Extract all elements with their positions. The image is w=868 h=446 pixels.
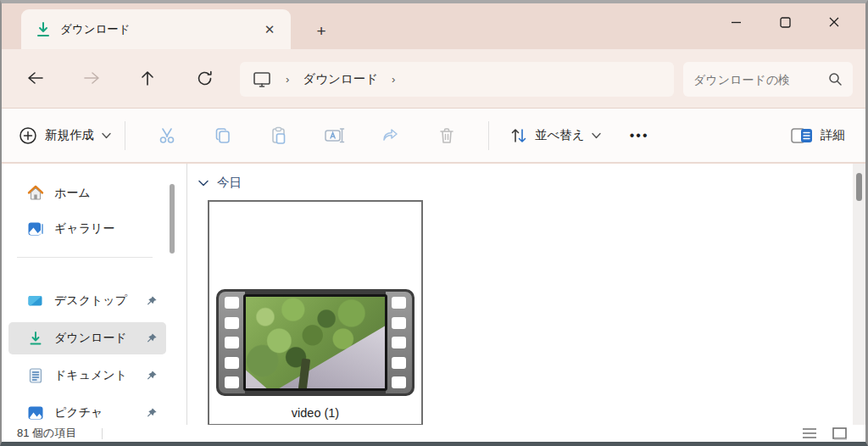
home-icon	[27, 185, 44, 202]
video-thumbnail	[216, 289, 415, 396]
large-icons-view-icon[interactable]	[832, 427, 847, 440]
delete-button[interactable]	[427, 119, 466, 153]
file-item-video[interactable]: video (1)	[208, 200, 423, 426]
film-strip-left	[219, 292, 245, 393]
tab-title: ダウンロード	[60, 22, 259, 37]
explorer-body: ホーム ギャラリー デスクトップ	[2, 164, 865, 425]
sidebar-item-desktop[interactable]: デスクトップ	[8, 285, 166, 317]
command-toolbar: 新規作成 並べ替え	[2, 108, 865, 163]
search-icon[interactable]	[828, 72, 843, 86]
sidebar-item-label: ドキュメント	[54, 368, 145, 383]
this-pc-monitor-icon[interactable]	[252, 70, 272, 89]
vertical-scrollbar-thumb[interactable]	[856, 173, 862, 201]
window-controls	[711, 3, 859, 46]
sidebar-item-label: ホーム	[54, 186, 159, 201]
video-frame-image	[243, 294, 387, 391]
details-pane-label: 詳細	[821, 127, 845, 143]
sort-arrows-icon	[509, 127, 528, 144]
film-strip-right	[386, 292, 412, 393]
address-bar[interactable]: › ダウンロード ›	[240, 62, 674, 97]
sort-button[interactable]: 並べ替え	[509, 127, 601, 144]
new-button[interactable]: 新規作成	[19, 126, 111, 145]
chevron-down-icon	[198, 180, 209, 187]
toolbar-separator	[125, 121, 125, 150]
document-icon	[27, 367, 44, 384]
toolbar-separator	[488, 121, 489, 150]
back-button[interactable]	[19, 61, 53, 95]
desktop-icon	[27, 293, 44, 309]
sidebar-item-label: ダウンロード	[54, 331, 145, 346]
tab-downloads[interactable]: ダウンロード ✕	[21, 9, 291, 49]
maximize-button[interactable]	[760, 3, 810, 41]
sidebar-item-home[interactable]: ホーム	[8, 177, 166, 209]
status-bar: 81 個の項目	[2, 425, 865, 442]
sidebar-item-label: デスクトップ	[54, 293, 145, 309]
sidebar-item-gallery[interactable]: ギャラリー	[8, 213, 166, 245]
breadcrumb-chevron-icon: ›	[286, 73, 289, 86]
file-name-label: video (1)	[209, 406, 421, 420]
titlebar: ダウンロード ✕ +	[2, 3, 865, 49]
sidebar-item-label: ピクチャ	[54, 405, 145, 421]
sort-button-label: 並べ替え	[535, 127, 585, 143]
search-box[interactable]	[683, 62, 853, 97]
sidebar-divider	[17, 257, 153, 258]
details-pane-button[interactable]: 詳細	[791, 127, 845, 144]
pictures-icon	[27, 404, 44, 421]
copy-button[interactable]	[203, 119, 242, 153]
breadcrumb-chevron-icon: ›	[392, 73, 395, 86]
details-pane-icon	[791, 127, 813, 144]
plus-circle-icon	[19, 126, 37, 145]
tab-close-icon[interactable]: ✕	[259, 19, 281, 41]
cut-button[interactable]	[147, 119, 186, 153]
close-button[interactable]	[810, 3, 859, 41]
breadcrumb-downloads[interactable]: ダウンロード	[303, 71, 378, 87]
minimize-button[interactable]	[711, 3, 760, 41]
download-icon	[27, 330, 44, 347]
item-count-label: 81 個の項目	[17, 426, 76, 441]
refresh-button[interactable]	[187, 61, 221, 95]
more-options-button[interactable]: •••	[630, 128, 649, 143]
forward-button[interactable]	[75, 61, 108, 95]
chevron-down-icon	[102, 132, 111, 139]
up-button[interactable]	[131, 61, 164, 95]
sidebar-item-documents[interactable]: ドキュメント	[8, 360, 166, 392]
pin-icon	[145, 295, 158, 308]
search-input[interactable]	[693, 73, 828, 86]
download-icon	[35, 21, 52, 38]
rename-button[interactable]	[315, 119, 354, 153]
file-list-area: 今日 video (1)	[187, 164, 853, 425]
chevron-down-icon	[592, 132, 601, 139]
sidebar-item-downloads[interactable]: ダウンロード	[8, 322, 166, 354]
details-view-icon[interactable]	[802, 427, 817, 439]
pin-icon	[145, 332, 158, 345]
pin-icon	[145, 407, 158, 420]
file-explorer-window: ダウンロード ✕ +	[0, 0, 868, 446]
group-header-today[interactable]: 今日	[198, 175, 242, 191]
new-button-label: 新規作成	[45, 127, 94, 143]
navigation-bar: › ダウンロード ›	[2, 49, 865, 108]
paste-button[interactable]	[259, 119, 298, 153]
share-button[interactable]	[371, 119, 410, 153]
sidebar-scrollbar-thumb[interactable]	[170, 184, 175, 254]
new-tab-button[interactable]: +	[309, 22, 333, 41]
sidebar-item-label: ギャラリー	[54, 221, 159, 237]
vertical-scrollbar[interactable]	[853, 164, 865, 425]
sidebar-nav-pane: ホーム ギャラリー デスクトップ	[2, 164, 180, 425]
gallery-icon	[27, 220, 44, 237]
pin-icon	[145, 370, 158, 382]
statusbar-divider	[102, 428, 103, 439]
group-header-label: 今日	[217, 175, 242, 191]
